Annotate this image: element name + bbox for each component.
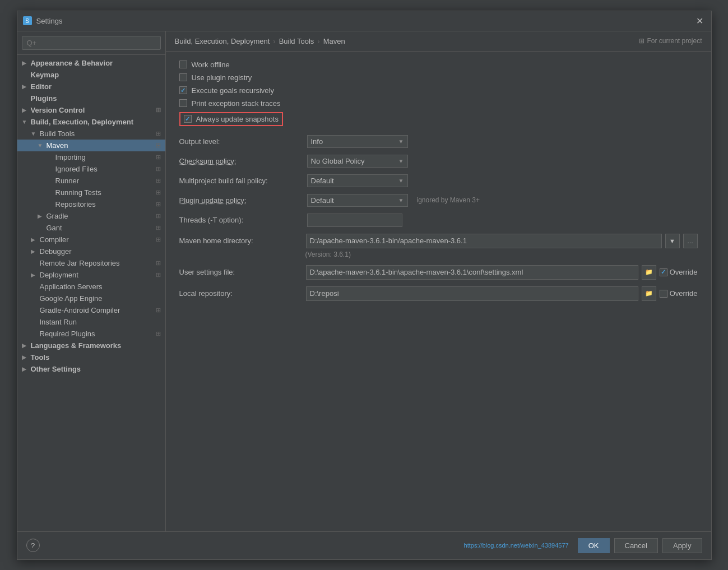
sidebar-item-debugger[interactable]: ▶ Debugger (17, 245, 165, 257)
sidebar-item-runner[interactable]: Runner (17, 175, 165, 187)
threads-input[interactable] (307, 214, 402, 227)
sidebar-item-tools[interactable]: ▶ Tools (17, 351, 165, 363)
plugin-update-hint: ignored by Maven 3+ (417, 196, 480, 204)
expand-arrow: ▶ (22, 342, 31, 349)
local-repo-override-checkbox[interactable] (660, 290, 667, 298)
sidebar-item-maven[interactable]: ▼ Maven (17, 140, 165, 151)
close-button[interactable]: ✕ (694, 15, 706, 26)
sidebar-item-other-settings[interactable]: ▶ Other Settings (17, 363, 165, 375)
print-exception-label: Print exception stack traces (192, 99, 281, 108)
always-update-label: Always update snapshots (196, 115, 279, 123)
local-repo-row: Local repository: 📁 Override (179, 286, 698, 301)
always-update-row: Always update snapshots (179, 112, 283, 126)
sidebar-item-label: Remote Jar Repositories (40, 259, 120, 267)
maven-home-input[interactable] (306, 234, 662, 248)
chevron-down-icon: ▼ (398, 138, 404, 145)
output-level-row: Output level: Info ▼ (179, 135, 698, 148)
multiproject-build-label: Multiproject build fail policy: (179, 177, 303, 185)
sidebar-item-label: Version Control (31, 106, 85, 114)
local-repo-override-label: Override (670, 289, 698, 298)
expand-arrow: ▶ (22, 84, 31, 90)
multiproject-build-select[interactable]: Default ▼ (307, 174, 408, 187)
project-icon: ⊞ (639, 37, 644, 45)
sidebar-item-keymap[interactable]: Keymap (17, 69, 165, 81)
sidebar-item-label: Deployment (40, 271, 78, 279)
sidebar-item-app-servers[interactable]: Application Servers (17, 281, 165, 293)
sidebar-item-label: Appearance & Behavior (31, 59, 113, 67)
sidebar-item-label: Running Tests (55, 188, 101, 197)
sidebar-item-version-control[interactable]: ▶ Version Control (17, 104, 165, 116)
user-settings-input[interactable] (306, 265, 638, 280)
output-level-value: Info (311, 137, 323, 146)
search-box (17, 31, 165, 55)
plugin-update-row: Plugin update policy: Default ▼ ignored … (179, 194, 698, 207)
maven-version-text: (Version: 3.6.1) (179, 251, 698, 258)
user-settings-browse-btn[interactable]: 📁 (642, 265, 656, 280)
local-repo-input[interactable] (306, 286, 638, 301)
local-repo-browse-btn[interactable]: 📁 (642, 286, 656, 301)
sidebar-item-label: Repositories (55, 200, 96, 208)
sidebar: ▶ Appearance & Behavior Keymap ▶ Editor … (17, 31, 166, 531)
sidebar-item-build-tools[interactable]: ▼ Build Tools (17, 128, 165, 140)
sidebar-item-label: Languages & Frameworks (31, 341, 122, 350)
user-settings-override: Override (660, 268, 698, 276)
user-settings-override-checkbox[interactable] (660, 268, 667, 276)
use-plugin-registry-checkbox[interactable] (179, 73, 187, 81)
plugin-update-select[interactable]: Default ▼ (307, 194, 408, 207)
sidebar-item-google-app-engine[interactable]: Google App Engine (17, 293, 165, 304)
sidebar-item-editor[interactable]: ▶ Editor (17, 81, 165, 92)
threads-row: Threads (-T option): (179, 214, 698, 227)
sidebar-item-gradle-android[interactable]: Gradle-Android Compiler (17, 304, 165, 316)
sidebar-item-compiler[interactable]: ▶ Compiler (17, 234, 165, 245)
search-input[interactable] (22, 36, 161, 50)
expand-arrow: ▶ (22, 60, 31, 66)
sidebar-item-gant[interactable]: Gant (17, 222, 165, 234)
sidebar-item-importing[interactable]: Importing (17, 151, 165, 163)
sidebar-item-instant-run[interactable]: Instant Run (17, 316, 165, 328)
sidebar-item-remote-jar[interactable]: Remote Jar Repositories (17, 257, 165, 269)
sidebar-item-label: Build Tools (40, 129, 75, 138)
sidebar-item-label: Other Settings (31, 365, 81, 373)
cancel-button[interactable]: Cancel (614, 538, 658, 553)
chevron-down-icon: ▼ (398, 178, 404, 184)
sidebar-item-label: Keymap (31, 71, 59, 79)
sidebar-item-appearance[interactable]: ▶ Appearance & Behavior (17, 57, 165, 69)
maven-home-browse-btn[interactable]: … (683, 234, 698, 248)
sidebar-item-label: Debugger (40, 247, 72, 256)
sidebar-item-required-plugins[interactable]: Required Plugins (17, 328, 165, 340)
user-settings-label: User settings file: (179, 268, 303, 276)
execute-goals-checkbox[interactable] (179, 86, 187, 94)
sidebar-item-languages[interactable]: ▶ Languages & Frameworks (17, 340, 165, 351)
execute-goals-label: Execute goals recursively (192, 86, 274, 95)
expand-arrow: ▶ (38, 213, 47, 219)
checksum-policy-select[interactable]: No Global Policy ▼ (307, 155, 408, 168)
apply-button[interactable]: Apply (662, 538, 702, 553)
print-exception-checkbox[interactable] (179, 99, 187, 107)
ok-button[interactable]: OK (578, 538, 610, 553)
work-offline-checkbox[interactable] (179, 61, 187, 68)
sidebar-item-label: Build, Execution, Deployment (31, 118, 133, 126)
sidebar-item-running-tests[interactable]: Running Tests (17, 187, 165, 198)
always-update-checkbox[interactable] (184, 115, 192, 123)
sidebar-item-deployment[interactable]: ▶ Deployment (17, 269, 165, 281)
output-level-select[interactable]: Info ▼ (307, 135, 408, 148)
help-button[interactable]: ? (26, 539, 40, 552)
expand-arrow: ▼ (22, 119, 31, 125)
sidebar-item-repositories[interactable]: Repositories (17, 198, 165, 210)
sidebar-item-label: Google App Engine (40, 294, 103, 303)
expand-arrow: ▶ (22, 107, 31, 113)
expand-arrow: ▶ (31, 272, 40, 278)
sidebar-item-plugins[interactable]: Plugins (17, 92, 165, 104)
expand-arrow: ▶ (22, 366, 31, 372)
sidebar-item-label: Required Plugins (40, 330, 95, 338)
sidebar-item-ignored-files[interactable]: Ignored Files (17, 163, 165, 175)
window-title: Settings (36, 17, 63, 25)
sidebar-item-build-exec[interactable]: ▼ Build, Execution, Deployment (17, 116, 165, 128)
sidebar-item-gradle[interactable]: ▶ Gradle (17, 210, 165, 222)
for-project: ⊞ For current project (639, 37, 702, 45)
checksum-policy-row: Checksum policy: No Global Policy ▼ (179, 155, 698, 168)
user-settings-row: User settings file: 📁 Override (179, 265, 698, 280)
maven-home-dropdown-btn[interactable]: ▼ (665, 234, 680, 248)
plugin-update-value: Default (311, 196, 334, 205)
footer: ? https://blog.csdn.net/weixin_43894577 … (17, 531, 711, 559)
